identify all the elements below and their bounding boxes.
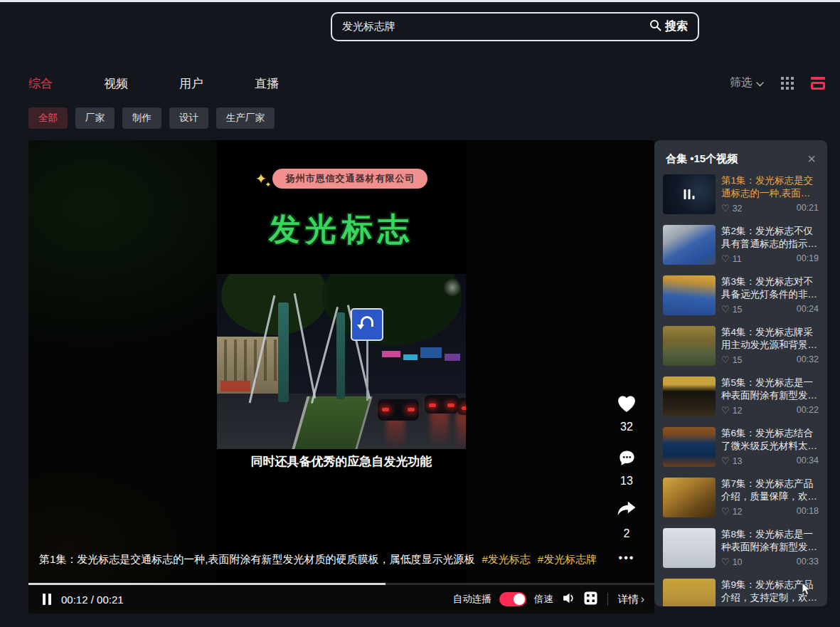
grid-view-icon[interactable] bbox=[781, 77, 794, 90]
search-input[interactable] bbox=[342, 21, 649, 33]
share-button[interactable] bbox=[607, 500, 647, 522]
search-bar[interactable]: 搜索 bbox=[331, 12, 699, 41]
like-count: 32 bbox=[607, 421, 647, 433]
chip-design[interactable]: 设计 bbox=[169, 107, 208, 129]
list-item[interactable]: 第4集：发光标志牌采用主动发光源和背景反光… ♡ 15 00:32 bbox=[663, 326, 819, 370]
volume-button[interactable] bbox=[561, 591, 576, 608]
search-icon bbox=[649, 19, 661, 34]
list-item[interactable]: 第3集：发光标志对不具备远光灯条件的非机动… ♡ 15 00:24 bbox=[663, 275, 819, 320]
video-thumbnail[interactable] bbox=[663, 376, 716, 416]
video-thumbnail[interactable] bbox=[663, 579, 716, 606]
uturn-traffic-sign bbox=[351, 308, 383, 341]
video-duration: 00:19 bbox=[797, 253, 819, 264]
video-player[interactable]: ✦✦ 扬州市恩信交通器材有限公司 发光标志 同时还具备优秀的应 bbox=[28, 140, 654, 613]
like-count: ♡ 32 bbox=[721, 203, 743, 214]
comment-count: 13 bbox=[607, 475, 647, 488]
filter-chips: 全部 厂家 制作 设计 生产厂家 bbox=[28, 107, 275, 129]
like-count-value: 10 bbox=[733, 557, 743, 567]
video-thumbnail[interactable] bbox=[663, 174, 716, 214]
list-item[interactable]: 第9集：发光标志产品介绍，支持定制，欢迎来 ♡ bbox=[663, 579, 819, 606]
tab-live[interactable]: 直播 bbox=[255, 75, 279, 92]
autoplay-label: 自动连播 bbox=[453, 593, 491, 606]
video-caption: 第1集：发光标志是交通标志的一种,表面附涂有新型发光材质的硬质膜板，属低度显示光… bbox=[39, 553, 605, 567]
video-thumbnail[interactable] bbox=[663, 275, 716, 315]
playing-indicator bbox=[684, 189, 695, 199]
chip-factory[interactable]: 厂家 bbox=[75, 107, 115, 129]
chip-manufacturer[interactable]: 生产厂家 bbox=[216, 107, 275, 129]
video-duration: 00:24 bbox=[797, 304, 819, 315]
volume-icon bbox=[561, 591, 576, 608]
result-tabs: 综合 视频 用户 直播 bbox=[28, 75, 279, 92]
chip-making[interactable]: 制作 bbox=[122, 107, 161, 129]
heart-outline-icon: ♡ bbox=[721, 354, 730, 365]
details-button[interactable]: 详情 › bbox=[618, 593, 644, 606]
list-item[interactable]: 第6集：发光标志结合了微米级反光材料太阳能… ♡ 13 00:34 bbox=[663, 427, 819, 471]
list-item[interactable]: 第8集：发光标志是一种表面附涂有新型发光材… ♡ 10 00:33 bbox=[663, 528, 819, 572]
details-label: 详情 bbox=[618, 593, 639, 606]
hashtag-link[interactable]: #发光标志牌 bbox=[538, 553, 597, 565]
tab-comprehensive[interactable]: 综合 bbox=[28, 75, 53, 92]
controls-divider bbox=[607, 593, 608, 606]
comment-icon bbox=[617, 458, 637, 470]
share-count: 2 bbox=[607, 527, 647, 540]
video-title: 第7集：发光标志产品介绍，质量保障，欢迎咨… bbox=[721, 478, 819, 503]
video-subtitle: 同时还具备优秀的应急自发光功能 bbox=[217, 453, 466, 470]
close-icon[interactable]: × bbox=[807, 152, 816, 166]
video-thumbnail[interactable] bbox=[663, 427, 716, 467]
like-count: ♡ 10 bbox=[721, 557, 743, 567]
video-duration: 00:34 bbox=[797, 455, 819, 466]
video-thumbnail[interactable] bbox=[663, 225, 716, 265]
collection-title: 合集 •15个视频 bbox=[666, 152, 738, 166]
video-content[interactable]: ✦✦ 扬州市恩信交通器材有限公司 发光标志 同时还具备优秀的应 bbox=[217, 140, 466, 585]
sparkle-icon: ✦✦ bbox=[255, 172, 267, 186]
pause-button[interactable] bbox=[43, 594, 51, 605]
list-item[interactable]: 第7集：发光标志产品介绍，质量保障，欢迎咨… ♡ 12 00:18 bbox=[663, 478, 819, 522]
heart-outline-icon: ♡ bbox=[721, 304, 730, 315]
heart-icon bbox=[616, 404, 637, 416]
list-item[interactable]: 第1集：发光标志是交通标志的一种,表面附涂… ♡ 32 00:21 bbox=[663, 174, 819, 218]
filter-label: 筛选 bbox=[730, 75, 753, 90]
tab-user[interactable]: 用户 bbox=[179, 75, 203, 92]
video-thumbnail[interactable] bbox=[663, 478, 716, 517]
video-title: 第6集：发光标志结合了微米级反光材料太阳能… bbox=[721, 427, 819, 453]
video-title: 第5集：发光标志是一种表面附涂有新型发光材… bbox=[721, 376, 819, 402]
tab-video[interactable]: 视频 bbox=[104, 75, 128, 92]
video-title: 第1集：发光标志是交通标志的一种,表面附涂… bbox=[721, 174, 819, 200]
single-column-view-icon[interactable] bbox=[811, 77, 825, 90]
video-thumbnail[interactable] bbox=[663, 528, 716, 568]
video-duration: 00:22 bbox=[797, 405, 819, 416]
speed-button[interactable]: 倍速 bbox=[534, 593, 553, 606]
like-count-value: 13 bbox=[733, 456, 743, 466]
like-button[interactable] bbox=[607, 394, 647, 416]
autoplay-toggle[interactable] bbox=[499, 592, 526, 606]
search-results-page: 搜索 综合 视频 用户 直播 筛选 全部 厂家 制作 设计 生产厂家 bbox=[0, 0, 840, 627]
share-icon bbox=[616, 509, 637, 521]
list-item[interactable]: 第2集：发光标志不仅具有普通标志的指示功… ♡ 11 00:19 bbox=[663, 225, 819, 269]
video-duration: 00:21 bbox=[797, 203, 819, 214]
comment-button[interactable] bbox=[607, 448, 647, 470]
video-title: 第4集：发光标志牌采用主动发光源和背景反光… bbox=[721, 326, 819, 352]
player-controls: 00:12 / 00:21 自动连播 倍速 详情 bbox=[28, 585, 654, 613]
more-options-button[interactable]: ••• bbox=[607, 552, 647, 564]
filter-dropdown[interactable]: 筛选 bbox=[730, 75, 764, 90]
company-banner-row: ✦✦ 扬州市恩信交通器材有限公司 bbox=[217, 169, 466, 189]
hashtag-link[interactable]: #发光标志 bbox=[482, 553, 531, 565]
heart-outline-icon: ♡ bbox=[721, 405, 730, 416]
list-item[interactable]: 第5集：发光标志是一种表面附涂有新型发光材… ♡ 12 00:22 bbox=[663, 376, 819, 421]
video-title: 第8集：发光标志是一种表面附涂有新型发光材… bbox=[721, 528, 819, 554]
collection-panel: 合集 •15个视频 × 第1集：发光标志是交通标志的一种,表面附涂… ♡ 32 … bbox=[654, 140, 827, 606]
like-count-value: 32 bbox=[733, 204, 743, 214]
like-count: ♡ 11 bbox=[721, 253, 742, 264]
heart-outline-icon: ♡ bbox=[721, 557, 730, 567]
video-overlay-title: 发光标志 bbox=[217, 209, 466, 251]
like-count-value: 12 bbox=[733, 507, 743, 517]
video-thumbnail[interactable] bbox=[663, 326, 716, 366]
chevron-right-icon: › bbox=[641, 593, 644, 606]
fullscreen-icon bbox=[584, 591, 597, 607]
search-button[interactable]: 搜索 bbox=[649, 19, 688, 34]
web-fullscreen-button[interactable] bbox=[584, 591, 597, 607]
heart-outline-icon: ♡ bbox=[721, 253, 730, 264]
video-duration: 00:18 bbox=[797, 506, 819, 517]
heart-outline-icon: ♡ bbox=[721, 455, 730, 466]
chip-all[interactable]: 全部 bbox=[28, 107, 68, 129]
